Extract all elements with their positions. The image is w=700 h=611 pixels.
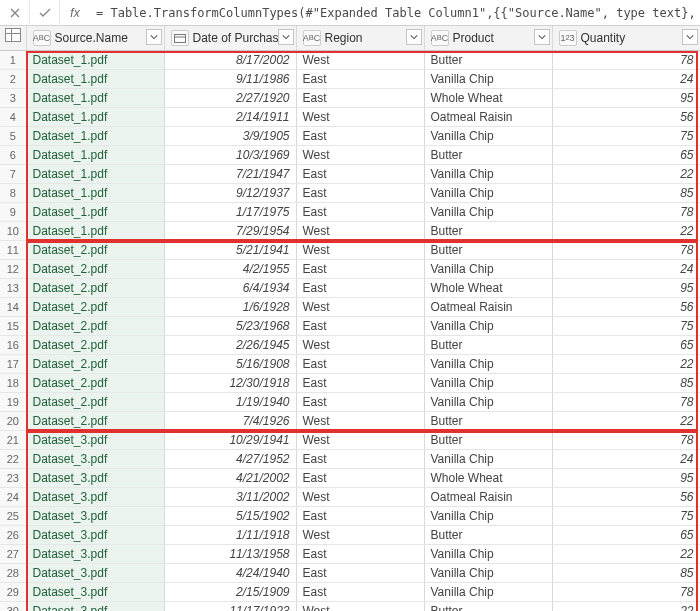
cell-quantity[interactable]: 95 <box>552 469 700 488</box>
cell-quantity[interactable]: 95 <box>552 279 700 298</box>
table-row[interactable]: 23Dataset_3.pdf4/21/2002EastWhole Wheat9… <box>0 469 700 488</box>
cell-region[interactable]: East <box>296 70 424 89</box>
cell-product[interactable]: Vanilla Chip <box>424 564 552 583</box>
row-number[interactable]: 9 <box>0 203 26 222</box>
cell-region[interactable]: East <box>296 279 424 298</box>
cell-quantity[interactable]: 65 <box>552 336 700 355</box>
cell-product[interactable]: Butter <box>424 336 552 355</box>
cell-quantity[interactable]: 78 <box>552 583 700 602</box>
cell-product[interactable]: Vanilla Chip <box>424 355 552 374</box>
cell-quantity[interactable]: 78 <box>552 393 700 412</box>
cell-quantity[interactable]: 78 <box>552 203 700 222</box>
table-row[interactable]: 17Dataset_2.pdf5/16/1908EastVanilla Chip… <box>0 355 700 374</box>
cell-source[interactable]: Dataset_3.pdf <box>26 469 164 488</box>
table-row[interactable]: 2Dataset_1.pdf9/11/1986EastVanilla Chip2… <box>0 70 700 89</box>
cell-product[interactable]: Oatmeal Raisin <box>424 108 552 127</box>
cell-date[interactable]: 1/6/1928 <box>164 298 296 317</box>
table-row[interactable]: 24Dataset_3.pdf3/11/2002WestOatmeal Rais… <box>0 488 700 507</box>
cell-quantity[interactable]: 24 <box>552 260 700 279</box>
cell-date[interactable]: 2/14/1911 <box>164 108 296 127</box>
table-row[interactable]: 4Dataset_1.pdf2/14/1911WestOatmeal Raisi… <box>0 108 700 127</box>
row-number[interactable]: 20 <box>0 412 26 431</box>
cell-quantity[interactable]: 78 <box>552 241 700 260</box>
cell-quantity[interactable]: 65 <box>552 146 700 165</box>
table-row[interactable]: 29Dataset_3.pdf2/15/1909EastVanilla Chip… <box>0 583 700 602</box>
cell-product[interactable]: Vanilla Chip <box>424 374 552 393</box>
cell-quantity[interactable]: 22 <box>552 222 700 241</box>
cell-product[interactable]: Whole Wheat <box>424 89 552 108</box>
table-row[interactable]: 7Dataset_1.pdf7/21/1947EastVanilla Chip2… <box>0 165 700 184</box>
row-number[interactable]: 24 <box>0 488 26 507</box>
cell-quantity[interactable]: 85 <box>552 374 700 393</box>
table-row[interactable]: 26Dataset_3.pdf1/11/1918WestButter65 <box>0 526 700 545</box>
cell-date[interactable]: 7/29/1954 <box>164 222 296 241</box>
cell-source[interactable]: Dataset_2.pdf <box>26 374 164 393</box>
cell-region[interactable]: West <box>296 298 424 317</box>
table-row[interactable]: 6Dataset_1.pdf10/3/1969WestButter65 <box>0 146 700 165</box>
cell-date[interactable]: 7/4/1926 <box>164 412 296 431</box>
cell-product[interactable]: Vanilla Chip <box>424 260 552 279</box>
cell-region[interactable]: West <box>296 488 424 507</box>
cell-region[interactable]: East <box>296 545 424 564</box>
row-number[interactable]: 22 <box>0 450 26 469</box>
cell-date[interactable]: 4/2/1955 <box>164 260 296 279</box>
cell-product[interactable]: Vanilla Chip <box>424 450 552 469</box>
cell-quantity[interactable]: 75 <box>552 317 700 336</box>
row-number[interactable]: 1 <box>0 51 26 70</box>
cell-product[interactable]: Oatmeal Raisin <box>424 488 552 507</box>
cell-product[interactable]: Oatmeal Raisin <box>424 298 552 317</box>
cell-product[interactable]: Butter <box>424 431 552 450</box>
cell-region[interactable]: West <box>296 222 424 241</box>
cell-date[interactable]: 10/29/1941 <box>164 431 296 450</box>
cell-product[interactable]: Vanilla Chip <box>424 545 552 564</box>
cell-source[interactable]: Dataset_1.pdf <box>26 70 164 89</box>
cell-date[interactable]: 11/13/1958 <box>164 545 296 564</box>
cell-region[interactable]: West <box>296 431 424 450</box>
row-number[interactable]: 11 <box>0 241 26 260</box>
row-number[interactable]: 6 <box>0 146 26 165</box>
cell-source[interactable]: Dataset_2.pdf <box>26 298 164 317</box>
table-row[interactable]: 9Dataset_1.pdf1/17/1975EastVanilla Chip7… <box>0 203 700 222</box>
cell-quantity[interactable]: 78 <box>552 51 700 70</box>
cell-source[interactable]: Dataset_1.pdf <box>26 127 164 146</box>
cell-product[interactable]: Vanilla Chip <box>424 165 552 184</box>
cell-source[interactable]: Dataset_2.pdf <box>26 355 164 374</box>
cell-source[interactable]: Dataset_2.pdf <box>26 393 164 412</box>
cell-date[interactable]: 1/17/1975 <box>164 203 296 222</box>
cell-date[interactable]: 3/9/1905 <box>164 127 296 146</box>
column-header-region[interactable]: ABC Region <box>296 26 424 51</box>
cell-date[interactable]: 2/15/1909 <box>164 583 296 602</box>
table-row[interactable]: 3Dataset_1.pdf2/27/1920EastWhole Wheat95 <box>0 89 700 108</box>
cell-region[interactable]: East <box>296 374 424 393</box>
cell-quantity[interactable]: 56 <box>552 488 700 507</box>
cell-source[interactable]: Dataset_3.pdf <box>26 431 164 450</box>
cell-date[interactable]: 1/11/1918 <box>164 526 296 545</box>
cell-date[interactable]: 5/21/1941 <box>164 241 296 260</box>
table-row[interactable]: 15Dataset_2.pdf5/23/1968EastVanilla Chip… <box>0 317 700 336</box>
cell-product[interactable]: Butter <box>424 526 552 545</box>
cell-product[interactable]: Butter <box>424 222 552 241</box>
cell-region[interactable]: West <box>296 51 424 70</box>
column-header-quantity[interactable]: 123 Quantity <box>552 26 700 51</box>
cell-quantity[interactable]: 22 <box>552 545 700 564</box>
row-number[interactable]: 7 <box>0 165 26 184</box>
cell-product[interactable]: Butter <box>424 602 552 612</box>
cell-source[interactable]: Dataset_2.pdf <box>26 336 164 355</box>
cell-product[interactable]: Vanilla Chip <box>424 393 552 412</box>
cell-region[interactable]: East <box>296 260 424 279</box>
cell-date[interactable]: 4/21/2002 <box>164 469 296 488</box>
column-header-source[interactable]: ABC Source.Name <box>26 26 164 51</box>
row-number[interactable]: 8 <box>0 184 26 203</box>
cell-quantity[interactable]: 56 <box>552 108 700 127</box>
cell-source[interactable]: Dataset_3.pdf <box>26 526 164 545</box>
cell-date[interactable]: 9/12/1937 <box>164 184 296 203</box>
cell-source[interactable]: Dataset_2.pdf <box>26 317 164 336</box>
row-number[interactable]: 28 <box>0 564 26 583</box>
cell-date[interactable]: 5/16/1908 <box>164 355 296 374</box>
row-number[interactable]: 13 <box>0 279 26 298</box>
row-number[interactable]: 12 <box>0 260 26 279</box>
table-row[interactable]: 22Dataset_3.pdf4/27/1952EastVanilla Chip… <box>0 450 700 469</box>
table-row[interactable]: 21Dataset_3.pdf10/29/1941WestButter78 <box>0 431 700 450</box>
cell-region[interactable]: East <box>296 184 424 203</box>
cell-quantity[interactable]: 24 <box>552 450 700 469</box>
